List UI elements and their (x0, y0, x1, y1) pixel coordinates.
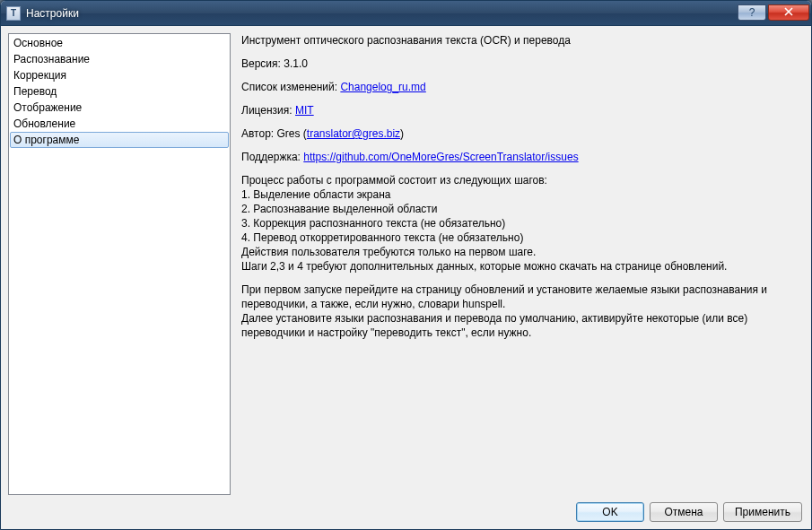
help-button[interactable]: ? (738, 4, 766, 21)
cancel-button[interactable]: Отмена (650, 502, 718, 522)
apply-button[interactable]: Применить (723, 502, 802, 522)
close-icon (784, 6, 793, 19)
about-panel: Инструмент оптического распознавания тек… (238, 33, 804, 495)
about-steps: Процесс работы с программой состоит из с… (241, 173, 800, 274)
about-support: Поддержка: https://github.com/OneMoreGre… (241, 150, 800, 164)
sidebar-item-display[interactable]: Отображение (10, 100, 229, 116)
author-email-link[interactable]: translator@gres.biz (307, 127, 400, 140)
titlebar[interactable]: T Настройки ? (1, 1, 811, 26)
app-icon: T (6, 6, 21, 21)
settings-window: T Настройки ? Основное Распознавание Кор… (0, 0, 812, 530)
about-license: Лицензия: MIT (241, 103, 800, 117)
about-changelog: Список изменений: Changelog_ru.md (241, 80, 800, 94)
sidebar-item-update[interactable]: Обновление (10, 116, 229, 132)
about-description: Инструмент оптического распознавания тек… (241, 33, 800, 48)
help-icon: ? (749, 6, 755, 19)
changelog-link[interactable]: Changelog_ru.md (340, 81, 425, 93)
close-button[interactable] (768, 4, 809, 21)
ok-button[interactable]: OK (576, 502, 644, 522)
sidebar-item-translation[interactable]: Перевод (10, 83, 229, 100)
sidebar-item-recognition[interactable]: Распознавание (10, 51, 229, 67)
sidebar-item-general[interactable]: Основное (10, 35, 229, 51)
dialog-buttons: OK Отмена Применить (8, 500, 804, 522)
sidebar-item-correction[interactable]: Коррекция (10, 67, 229, 83)
client-area: Основное Распознавание Коррекция Перевод… (1, 26, 811, 529)
sidebar-item-about[interactable]: О программе (10, 132, 229, 148)
license-link[interactable]: MIT (295, 104, 314, 117)
window-title: Настройки (26, 7, 738, 20)
category-list[interactable]: Основное Распознавание Коррекция Перевод… (8, 33, 231, 495)
about-version: Версия: 3.1.0 (241, 56, 800, 71)
about-author: Автор: Gres (translator@gres.biz) (241, 126, 800, 141)
about-firstrun: При первом запуске перейдите на страницу… (241, 282, 800, 340)
support-link[interactable]: https://github.com/OneMoreGres/ScreenTra… (303, 151, 578, 163)
